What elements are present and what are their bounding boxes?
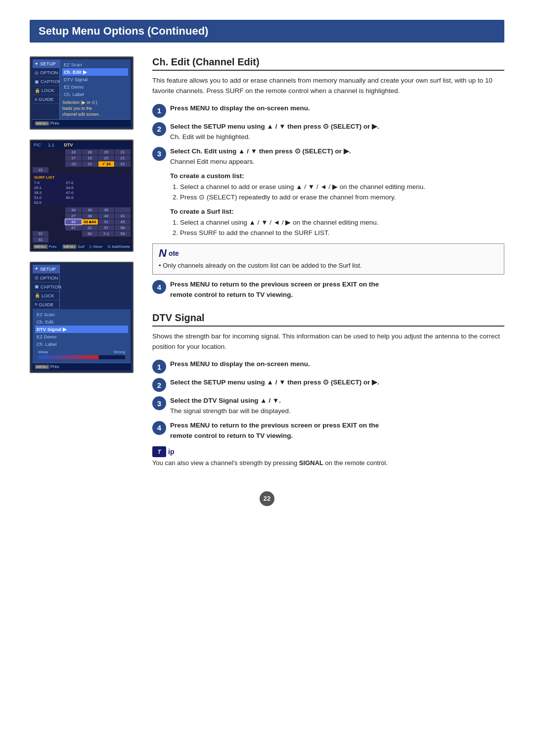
surf-list-instructions: Select a channel using ▲ / ▼ / ◄ / ▶ on … <box>170 217 504 238</box>
tip-box: T ip You can also view a channel's stren… <box>152 446 504 467</box>
ch-cell: 38 <box>82 213 98 219</box>
menu-dtv-signal: DTV Signal <box>62 76 128 83</box>
ch-cell: 18 <box>82 149 98 155</box>
ch-edit-step4-text: Press MENU to return to the previous scr… <box>170 280 504 300</box>
menu-sidebar-2: ✦ SETUP ◎ OPTION ▣ CAPTION 🔒 LOCK ≡ GUID… <box>33 265 60 309</box>
dtv-step3-text: Select the DTV Signal using ▲ / ▼. The s… <box>170 396 504 417</box>
custom-list: Select a channel to add or erase using ▲… <box>170 182 504 203</box>
menu-ez-demo-2: EZ Demo <box>35 333 128 340</box>
signal-bar-area: Weak Strong <box>35 348 128 361</box>
surf-list-item-2: Press SURF to add the channel to the SUR… <box>180 228 504 238</box>
menu-ez-demo: EZ Demo <box>62 83 128 91</box>
menu-dtv-signal-2: DTV Signal ▶ <box>35 326 128 333</box>
ch-cell-highlighted: ✓ 24 <box>98 161 114 167</box>
ch-cell: 21 <box>115 149 131 155</box>
ch-cell: 41 <box>115 213 131 219</box>
menu-ch-edit-2: Ch. Edit <box>35 318 128 326</box>
ch-edit-title: Ch. Edit (Channel Edit) <box>152 56 504 71</box>
sidebar-lock: 🔒 LOCK <box>33 86 59 95</box>
ch-edit-header: PIC 1.1 DTV <box>32 142 132 148</box>
ch-edit-step1: 1 Press MENU to display the on-screen me… <box>152 103 504 118</box>
ch-cell: 20 <box>98 149 114 155</box>
sidebar-option: ◎ OPTION <box>33 68 59 77</box>
ch-cell <box>115 207 131 213</box>
ch-cell: 21 <box>82 225 98 231</box>
sidebar-guide-2: ≡ GUIDE <box>33 300 59 309</box>
ch-cell: 22 <box>82 161 98 167</box>
ch-edit-screenshot: PIC 1.1 DTV 16 18 20 21 17 15 23 <box>30 140 134 252</box>
ch-cell: 22 <box>115 161 131 167</box>
sidebar-lock-2: 🔒 LOCK <box>33 291 59 300</box>
menu-screenshot-ch-edit: ✦ SETUP ◎ OPTION ▣ CAPTION 🔒 LOCK ≡ GUID… <box>30 56 134 130</box>
ch-cell: -22 <box>65 161 81 167</box>
dtv-step4-text: Press MENU to return to the previous scr… <box>170 421 504 441</box>
sidebar-caption-2: ▣ CAPTION <box>33 283 59 291</box>
ch-edit-intro: This feature allows you to add or erase … <box>152 76 504 96</box>
signal-labels: Weak Strong <box>38 350 125 354</box>
ch-grid: 16 18 20 21 17 15 23 21 -22 22 ✓ 24 22 <box>33 149 131 242</box>
menu-ch-edit: Ch. Edit ▶ <box>62 68 128 76</box>
dtv-step1-text: Press MENU to display the on-screen menu… <box>170 359 504 370</box>
ch-edit-step2: 2 Select the SETUP menu using ▲ / ▼ then… <box>152 122 504 142</box>
page-number: 22 <box>260 491 274 506</box>
custom-list-section: To create a custom list: Select a channe… <box>152 172 504 203</box>
ch-edit-step3: 3 Select Ch. Edit using ▲ / ▼ then press… <box>152 146 504 167</box>
menu-footer-2: MENU Prev. <box>33 363 131 370</box>
dtv-step2: 2 Select the SETUP menu using ▲ / ▼ then… <box>152 378 504 392</box>
menu-ch-label: Ch. Label <box>62 91 128 98</box>
custom-list-title: To create a custom list: <box>170 172 504 180</box>
dtv-step3: 3 Select the DTV Signal using ▲ / ▼. The… <box>152 396 504 417</box>
ch-grid-area: 16 18 20 21 17 15 23 21 -22 22 ✓ 24 22 <box>32 148 132 243</box>
dtv-step-num-4: 4 <box>152 421 166 435</box>
ch-cell: 40 <box>98 213 114 219</box>
step-num-3: 3 <box>152 147 166 161</box>
ch-edit-footer: MENU Prev. MENU Surf ▷ Move ⊙ Add/Delete <box>32 243 132 250</box>
ch-cell: 50 <box>82 231 98 236</box>
ch-cell: 59 <box>115 231 131 236</box>
ch-edit-step4: 4 Press MENU to return to the previous s… <box>152 280 504 300</box>
ch-cell: 57 <box>33 231 48 236</box>
ch-cell: 30 <box>65 207 81 213</box>
surf-list-section: To create a Surf list: Select a channel … <box>152 208 504 238</box>
dtv-step1: 1 Press MENU to display the on-screen me… <box>152 359 504 374</box>
menu-footer-1: MENU Prev. <box>33 119 131 127</box>
ch-cell: 47 <box>65 225 81 231</box>
surf-list: SURF LIST 7-027-0 25-134-0 39-347-0 51-0… <box>33 174 131 206</box>
ch-cell: 16 <box>65 149 81 155</box>
sidebar-setup: ✦ SETUP <box>33 59 59 68</box>
ch-cell: 30 <box>82 207 98 213</box>
sidebar-option-2: ◎ OPTION <box>33 274 59 283</box>
signal-bar-track <box>38 355 125 359</box>
dtv-step-num-1: 1 <box>152 360 166 374</box>
sidebar-setup-2: ✦ SETUP <box>33 265 59 274</box>
page-header: Setup Menu Options (Continued) <box>30 20 504 43</box>
menu-content-1: EZ Scan Ch. Edit ▶ DTV Signal EZ Demo Ch… <box>60 59 131 119</box>
ch-edit-step3-text: Select Ch. Edit using ▲ / ▼ then press ⊙… <box>170 146 504 167</box>
ch-cell: 58 <box>115 225 131 231</box>
ch-cell: 15 <box>82 155 98 161</box>
signal-bar-fill <box>38 355 99 359</box>
dtv-step4: 4 Press MENU to return to the previous s… <box>152 421 504 441</box>
ch-cell: 27 <box>65 213 81 219</box>
menu-screenshot-dtv: ✦ SETUP ◎ OPTION ▣ CAPTION 🔒 LOCK ≡ GUID… <box>30 262 134 373</box>
tip-header: T ip <box>152 446 504 457</box>
ch-cell-selected: 42 <box>65 219 81 225</box>
ch-cell: 7-1 <box>98 231 114 236</box>
step-num-1: 1 <box>152 104 166 118</box>
dtv-step2-text: Select the SETUP menu using ▲ / ▼ then p… <box>170 378 504 388</box>
tip-text: You can also view a channel's strength b… <box>152 459 504 467</box>
tip-icon: T <box>152 446 166 457</box>
menu-content-2: EZ Scan Ch. Edit DTV Signal ▶ EZ Demo Ch… <box>33 309 131 363</box>
ch-cell: 51 <box>98 219 114 225</box>
surf-list-item-1: Select a channel using ▲ / ▼ / ◄ / ▶ on … <box>180 217 504 228</box>
right-column: Ch. Edit (Channel Edit) This feature all… <box>152 56 504 472</box>
step-num-4: 4 <box>152 280 166 294</box>
custom-list-item-2: Press ⊙ (SELECT) repeatedly to add or er… <box>180 192 504 203</box>
ch-cell: 57 <box>98 225 114 231</box>
ch-cell: 21 <box>115 155 131 161</box>
page-number-area: 22 <box>30 491 504 506</box>
note-box: N ote Only channels already on the custo… <box>152 243 504 275</box>
menu-ez-scan: EZ Scan <box>62 61 128 68</box>
dtv-title: DTV Signal <box>152 312 504 327</box>
ch-cell: 61 <box>33 237 48 242</box>
